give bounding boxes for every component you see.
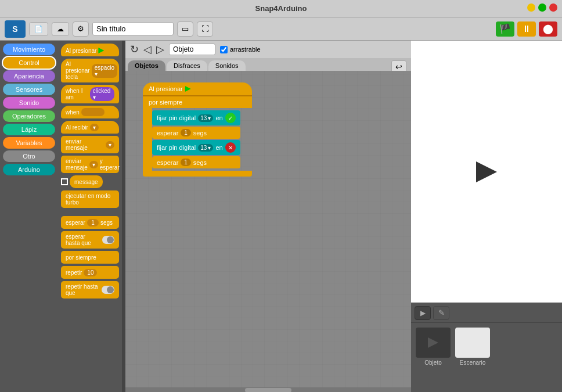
repetir-num[interactable]: 10	[84, 269, 97, 276]
sprite-panel: Objeto Escenario	[411, 322, 562, 392]
snap-logo: S	[5, 20, 26, 38]
stage-run-button[interactable]: ▶	[415, 306, 431, 320]
message-checkbox[interactable]	[61, 178, 68, 185]
gear-button[interactable]: ⚙	[73, 21, 89, 37]
stage-canvas	[411, 41, 562, 303]
esperar-toggle[interactable]	[102, 236, 114, 244]
toolbar: S 📄 ☁ ⚙ ▭ ⛶ 🏴 ⏸ ⬤	[0, 17, 562, 41]
sprite-objeto[interactable]: Objeto	[416, 328, 451, 366]
block-repetir-hasta[interactable]: repetir hasta que	[61, 281, 119, 299]
block-when-i-am[interactable]: when I am clicked ▾	[61, 85, 119, 103]
set-pin1-label: fijar pin digital	[157, 114, 196, 121]
object-name-input[interactable]	[169, 44, 215, 55]
en1-label: en	[215, 114, 222, 121]
stop-button[interactable]: ⬤	[539, 21, 557, 37]
close-button[interactable]	[549, 3, 557, 12]
category-control[interactable]: Control	[3, 57, 55, 69]
tab-objetos[interactable]: Objetos	[128, 60, 165, 71]
block-enviar-mensaje-esperar[interactable]: enviar mensaje ▾ y esperar	[61, 156, 119, 173]
enviar-dropdown[interactable]: ▾	[106, 141, 114, 149]
wait1-num[interactable]: 1	[181, 129, 191, 136]
stage-sprite-arrow	[476, 161, 497, 182]
left-arrow[interactable]: ◁	[143, 43, 152, 56]
wait2-unit: segs	[193, 159, 207, 166]
draggable-label: arrastrable	[230, 46, 261, 53]
canvas-wait2[interactable]: esperar 1 segs	[152, 156, 240, 168]
window-controls	[527, 3, 557, 12]
category-operadores[interactable]: Operadores	[3, 110, 55, 122]
block-enviar-mensaje[interactable]: enviar mensaje ▾	[61, 136, 119, 153]
project-title-input[interactable]	[92, 22, 174, 35]
recibir-dropdown[interactable]: ▾	[90, 124, 99, 131]
run-button[interactable]: 🏴	[496, 21, 514, 37]
canvas-hat-block[interactable]: Al presionar	[143, 82, 252, 96]
hscroll-thumb[interactable]	[245, 388, 291, 392]
sync-icon[interactable]: ↻	[130, 43, 139, 56]
stage-edit-button[interactable]: ✎	[433, 306, 449, 320]
script-tabs: Objetos Disfraces Sonidos ↩	[125, 58, 411, 71]
maximize-button[interactable]	[538, 3, 546, 12]
new-button[interactable]: 📄	[29, 22, 48, 36]
draggable-checkbox[interactable]	[220, 46, 228, 53]
al-presionar-label: Al presionar	[149, 85, 183, 92]
fullscreen-button[interactable]: ⛶	[197, 21, 213, 37]
cloud-button[interactable]: ☁	[52, 22, 69, 36]
category-otro[interactable]: Otro	[3, 150, 55, 162]
sprite-escenario-thumbnail	[455, 328, 490, 358]
pause-button[interactable]: ⏸	[517, 21, 536, 37]
block-repetir[interactable]: repetir 10	[61, 266, 119, 279]
sprite-objeto-label: Objeto	[424, 359, 441, 366]
esperar-num[interactable]: 1	[87, 219, 99, 226]
canvas-forever-block[interactable]: por siempre	[143, 96, 252, 108]
script-area: ↻ ◁ ▷ arrastrable Objetos Disfraces Soni…	[125, 41, 411, 392]
category-sonido[interactable]: Sonido	[3, 97, 55, 109]
enviar2-dropdown[interactable]: ▾	[89, 161, 98, 168]
script-hscroll[interactable]	[125, 387, 411, 392]
block-message[interactable]: message	[70, 175, 103, 188]
pin1-dropdown[interactable]: 13▾	[198, 114, 213, 122]
block-when[interactable]: when	[61, 106, 119, 118]
canvas-block-group: Al presionar por siempre fijar pin digit…	[143, 82, 252, 177]
repetir-toggle[interactable]	[102, 286, 114, 294]
block-message-row: message	[61, 175, 119, 188]
sprite-objeto-thumbnail	[416, 328, 451, 358]
pin2-dropdown[interactable]: 13▾	[198, 144, 213, 152]
block-al-recibir[interactable]: Al recibir ▾	[61, 121, 119, 134]
title-bar: Snap4Arduino	[0, 0, 562, 17]
wait2-num[interactable]: 1	[181, 159, 191, 166]
block-ejecutar-turbo[interactable]: ejecutar en modo turbo	[61, 190, 119, 208]
stage-size-button[interactable]: ▭	[177, 21, 193, 37]
category-lapiz[interactable]: Lápiz	[3, 124, 55, 135]
category-arduino[interactable]: Arduino	[3, 164, 55, 175]
canvas-set-pin1[interactable]: fijar pin digital 13▾ en ✓	[152, 110, 240, 125]
block-por-siempre[interactable]: por siempre	[61, 251, 119, 264]
blocks-panel: Al presionar Al presionar tecla espacio …	[58, 41, 122, 392]
block-al-presionar[interactable]: Al presionar	[61, 44, 119, 56]
tab-sonidos[interactable]: Sonidos	[208, 60, 246, 71]
category-movimiento[interactable]: Movimiento	[3, 44, 55, 55]
set-pin2-label: fijar pin digital	[157, 144, 196, 151]
when-oval[interactable]	[81, 108, 105, 116]
block-al-presionar-tecla[interactable]: Al presionar tecla espacio ▾	[61, 59, 119, 82]
block-esperar-hasta[interactable]: esperar hasta que	[61, 231, 119, 249]
stage-area: ▶ ✎ Objeto Escenario	[411, 41, 562, 392]
tecla-dropdown[interactable]: espacio ▾	[92, 64, 117, 78]
tab-disfraces[interactable]: Disfraces	[167, 60, 207, 71]
category-sensores[interactable]: Sensores	[3, 84, 55, 95]
clicked-dropdown[interactable]: clicked ▾	[90, 87, 114, 101]
categories-panel: Movimiento Control Apariencia Sensores S…	[0, 41, 58, 392]
category-variables[interactable]: Variables	[3, 137, 55, 149]
spacer	[61, 210, 119, 214]
sprite-escenario[interactable]: Escenario	[455, 328, 490, 366]
playback-controls: 🏴 ⏸ ⬤	[496, 21, 557, 37]
canvas-set-pin2[interactable]: fijar pin digital 13▾ en ✕	[152, 140, 240, 155]
minimize-button[interactable]	[527, 3, 535, 12]
block-esperar[interactable]: esperar 1 segs	[61, 216, 119, 229]
category-apariencia[interactable]: Apariencia	[3, 70, 55, 82]
script-canvas[interactable]: Al presionar por siempre fijar pin digit…	[125, 71, 411, 387]
right-arrow[interactable]: ▷	[156, 43, 164, 56]
red-circle-1[interactable]: ✕	[225, 142, 236, 153]
sprite-objeto-arrow-icon	[428, 337, 438, 348]
canvas-wait1[interactable]: esperar 1 segs	[152, 127, 240, 139]
green-circle-1[interactable]: ✓	[225, 113, 236, 123]
